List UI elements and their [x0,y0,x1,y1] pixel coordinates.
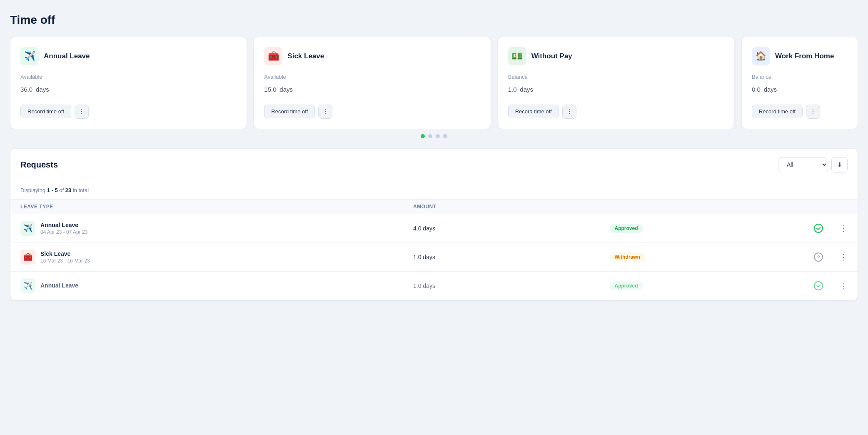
sick-leave-value: 15.0 days [264,82,480,95]
approved-status-icon-2 [806,281,831,290]
download-button[interactable]: ⬇ [831,157,848,172]
annual-leave-icon: ✈️ [20,47,39,65]
card-header-sick-leave: 🧰 Sick Leave [264,47,480,65]
wfh-actions: Record time off ⋮ [752,105,848,119]
approved-badge: Approved [610,224,643,233]
svg-text:?: ? [817,254,820,260]
card-annual-leave: ✈️ Annual Leave Available 36.0 days Reco… [10,37,247,129]
approved-badge-2: Approved [610,281,643,290]
table-row: ✈️ Annual Leave 1.0 days Approved ⋮ [10,272,858,300]
row-annual-amount: 4.0 days [413,225,610,232]
wfh-more-btn[interactable]: ⋮ [806,105,820,119]
sick-leave-label: Available [264,74,480,80]
row-annual-icon: ✈️ [20,221,35,236]
without-pay-more-btn[interactable]: ⋮ [562,105,576,119]
annual-leave-title: Annual Leave [44,52,90,60]
col-icon [806,204,831,210]
annual-leave-more-btn[interactable]: ⋮ [75,105,89,119]
requests-header: Requests All ⬇ [10,149,858,181]
leave-info-annual: ✈️ Annual Leave 04 Apr 23 - 07 Apr 23 [20,221,413,236]
carousel-dots [10,134,858,138]
annual-leave-actions: Record time off ⋮ [20,105,237,119]
cards-container: ✈️ Annual Leave Available 36.0 days Reco… [10,37,858,129]
col-actions [831,204,848,210]
col-status [610,204,806,210]
col-leave-type: Leave type [20,204,413,210]
annual-leave-value: 36.0 days [20,82,237,95]
without-pay-title: Without Pay [531,52,572,60]
requests-title: Requests [20,160,58,170]
displaying-count: Displaying 1 - 5 of 23 in total [10,181,858,200]
table-header: Leave type Amount [10,200,858,214]
sick-leave-title: Sick Leave [287,52,324,60]
row-sick-details: Sick Leave 16 Mar 23 - 16 Mar 23 [40,250,90,264]
leave-info-annual2: ✈️ Annual Leave [20,278,413,293]
leave-info-sick: 🧰 Sick Leave 16 Mar 23 - 16 Mar 23 [20,250,413,265]
row-annual-details: Annual Leave 04 Apr 23 - 07 Apr 23 [40,222,87,235]
row-annual-more[interactable]: ⋮ [831,224,848,233]
withdrawn-badge: Withdrawn [610,252,645,262]
card-header-wfh: 🏠 Work From Home [752,47,848,65]
card-sick-leave: 🧰 Sick Leave Available 15.0 days Record … [254,37,491,129]
row-annual-name: Annual Leave [40,222,87,228]
page-title: Time off [10,13,858,27]
svg-point-0 [814,224,823,232]
dot-3[interactable] [436,134,440,138]
row-annual2-name: Annual Leave [40,282,78,289]
wfh-value: 0.0 days [752,82,848,95]
card-header-annual-leave: ✈️ Annual Leave [20,47,237,65]
sick-leave-more-btn[interactable]: ⋮ [318,105,332,119]
without-pay-actions: Record time off ⋮ [508,105,724,119]
filter-select[interactable]: All [778,157,828,172]
row-sick-icon: 🧰 [20,250,35,265]
row-sick-more[interactable]: ⋮ [831,252,848,262]
sick-leave-record-btn[interactable]: Record time off [264,105,315,118]
wfh-title: Work From Home [775,52,834,60]
dot-2[interactable] [428,134,432,138]
row-annual2-status: Approved [610,281,806,290]
row-annual2-more[interactable]: ⋮ [831,281,848,290]
table-row: 🧰 Sick Leave 16 Mar 23 - 16 Mar 23 1.0 d… [10,243,858,272]
wfh-record-btn[interactable]: Record time off [752,105,803,118]
cards-wrapper: ✈️ Annual Leave Available 36.0 days Reco… [10,37,858,129]
without-pay-icon: 💵 [508,47,526,65]
table-row: ✈️ Annual Leave 04 Apr 23 - 07 Apr 23 4.… [10,214,858,243]
row-sick-status: Withdrawn [610,252,806,262]
requests-panel: Requests All ⬇ Displaying 1 - 5 of 23 in… [10,148,858,300]
sick-leave-actions: Record time off ⋮ [264,105,480,119]
wfh-icon: 🏠 [752,47,770,65]
approved-status-icon [806,224,831,233]
without-pay-value: 1.0 days [508,82,724,95]
row-annual-dates: 04 Apr 23 - 07 Apr 23 [40,229,87,235]
col-amount: Amount [413,204,610,210]
without-pay-record-btn[interactable]: Record time off [508,105,559,118]
row-sick-name: Sick Leave [40,250,90,257]
row-annual2-icon: ✈️ [20,278,35,293]
requests-filter-area: All ⬇ [778,157,848,172]
wfh-label: Balance [752,74,848,80]
card-header-without-pay: 💵 Without Pay [508,47,724,65]
card-work-from-home: 🏠 Work From Home Balance 0.0 days Record… [741,37,858,129]
row-annual2-amount: 1.0 days [413,282,610,289]
row-sick-dates: 16 Mar 23 - 16 Mar 23 [40,258,90,264]
svg-point-3 [814,282,823,290]
row-annual-status: Approved [610,224,806,233]
dot-1[interactable] [421,134,425,138]
row-annual2-details: Annual Leave [40,282,78,290]
card-without-pay: 💵 Without Pay Balance 1.0 days Record ti… [498,37,735,129]
dot-4[interactable] [443,134,447,138]
sick-leave-icon: 🧰 [264,47,282,65]
annual-leave-record-btn[interactable]: Record time off [20,105,71,118]
without-pay-label: Balance [508,74,724,80]
withdrawn-status-icon: ? [806,252,831,262]
annual-leave-label: Available [20,74,237,80]
row-sick-amount: 1.0 days [413,254,610,260]
